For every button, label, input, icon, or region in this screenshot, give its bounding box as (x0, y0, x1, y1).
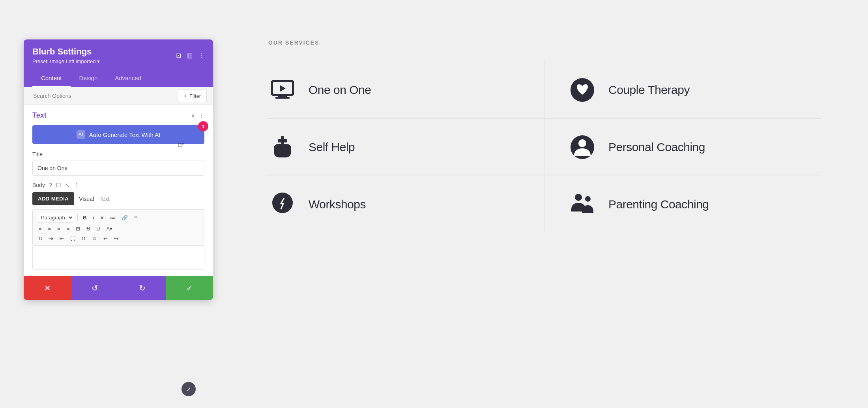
mobile-icon[interactable]: ☐ (56, 182, 61, 188)
align-left-button[interactable]: ≡ (37, 225, 44, 232)
notification-badge: 1 (198, 121, 208, 131)
workshops-icon (268, 190, 297, 219)
panel-header-left: Blurb Settings Preset: Image Left import… (32, 47, 100, 64)
format-row-2: ≡ ≡ ≡ ≡ ⊞ S U A▾ (37, 225, 200, 232)
emoji-button[interactable]: ☺ (90, 235, 99, 242)
columns-icon[interactable]: ▥ (187, 52, 193, 59)
tab-text[interactable]: Text (99, 196, 110, 202)
services-section-label: OUR SERVICES (268, 39, 821, 46)
ai-button-wrapper: AI Auto Generate Text With AI 1 ☞ (32, 125, 204, 144)
panel-title: Blurb Settings (32, 47, 100, 57)
help-icon[interactable]: ? (49, 182, 52, 188)
more-body-icon[interactable]: ⋮ (74, 182, 79, 188)
cursor-tool-icon[interactable]: ↖ (65, 182, 70, 188)
section-dots-icon[interactable]: ⋮ (199, 112, 204, 119)
service-name-personal-coaching: Personal Coaching (608, 140, 705, 154)
underline-button[interactable]: U (94, 225, 102, 232)
resize-icon[interactable]: ⊡ (176, 52, 181, 59)
undo-button[interactable]: ↺ (71, 276, 118, 300)
title-label: Title (32, 151, 204, 157)
bold-button[interactable]: B (81, 214, 88, 221)
service-item-workshops: Workshops (268, 176, 544, 233)
more-icon[interactable]: ⋮ (198, 52, 204, 59)
panel-body: Text ∧ ⋮ AI Auto Generate Text With AI 1… (24, 105, 213, 276)
text-section-icons: ∧ ⋮ (191, 112, 204, 119)
service-item-couple-therapy: Couple Therapy (544, 62, 821, 119)
format-row-3: Ω ⇥ ⇤ ⛶ Ω ☺ ↩ ↪ (37, 235, 200, 242)
quote-button[interactable]: ❝ (132, 214, 139, 221)
unordered-list-button[interactable]: ≡ (99, 214, 106, 221)
align-justify-button[interactable]: ≡ (65, 225, 72, 232)
service-item-self-help: Self Help (268, 119, 544, 176)
cursor-icon: ☞ (178, 140, 185, 150)
blurb-panel: Blurb Settings Preset: Image Left import… (24, 39, 213, 300)
redo-format-button[interactable]: ↪ (112, 235, 120, 242)
filter-button[interactable]: + Filter (178, 90, 207, 102)
service-item-personal-coaching: Personal Coaching (544, 119, 821, 176)
ai-icon: AI (77, 130, 85, 139)
outdent-button[interactable]: ⇤ (58, 235, 66, 242)
svg-point-12 (575, 194, 582, 201)
tab-visual[interactable]: Visual (79, 196, 94, 202)
indent-button[interactable]: ⇥ (47, 235, 55, 242)
format-toolbar: Paragraph B I ≡ ≔ 🔗 ❝ ≡ ≡ ≡ ≡ ⊞ S (32, 209, 204, 246)
text-color-button[interactable]: A▾ (104, 225, 114, 232)
svg-point-10 (578, 139, 586, 147)
cancel-button[interactable]: ✕ (24, 276, 71, 300)
body-toolbar: Body ? ☐ ↖ ⋮ (32, 182, 204, 188)
one-on-one-icon (268, 76, 297, 104)
fullscreen-button[interactable]: ⛶ (68, 235, 77, 242)
undo-format-button[interactable]: ↩ (101, 235, 110, 242)
table-button[interactable]: ⊞ (74, 225, 82, 232)
special-char-button[interactable]: Ω (37, 235, 45, 242)
ordered-list-button[interactable]: ≔ (108, 214, 117, 221)
search-bar: + Filter (24, 87, 213, 105)
svg-rect-2 (275, 97, 290, 99)
search-input[interactable] (30, 87, 178, 105)
service-name-couple-therapy: Couple Therapy (608, 83, 690, 97)
align-right-button[interactable]: ≡ (55, 225, 62, 232)
body-label: Body (32, 182, 45, 188)
editor-area[interactable] (32, 246, 204, 270)
tab-content[interactable]: Content (32, 70, 71, 87)
strikethrough-button[interactable]: S (84, 225, 92, 232)
service-name-self-help: Self Help (309, 140, 355, 154)
editor-controls: ADD MEDIA Visual Text (32, 192, 204, 205)
format-row-1: Paragraph B I ≡ ≔ 🔗 ❝ (37, 213, 200, 223)
tab-advanced[interactable]: Advanced (106, 70, 150, 87)
couple-therapy-icon (568, 76, 597, 104)
filter-plus-icon: + (184, 93, 187, 99)
service-item-parenting-coaching: Parenting Coaching (544, 176, 821, 233)
service-name-parenting-coaching: Parenting Coaching (608, 198, 709, 211)
parenting-coaching-icon (568, 190, 597, 219)
align-center-button[interactable]: ≡ (46, 225, 53, 232)
add-media-button[interactable]: ADD MEDIA (32, 192, 74, 205)
floating-arrow-button[interactable]: ↗ (181, 382, 196, 396)
italic-button[interactable]: I (91, 214, 96, 221)
services-panel: OUR SERVICES One on One (245, 24, 844, 249)
tab-design[interactable]: Design (71, 70, 107, 87)
text-section-header: Text ∧ ⋮ (32, 111, 204, 120)
services-grid: One on One Couple Therapy (268, 62, 821, 233)
link-button[interactable]: 🔗 (120, 214, 130, 221)
main-container: Blurb Settings Preset: Image Left import… (0, 0, 868, 408)
panel-tabs: Content Design Advanced (24, 70, 213, 87)
collapse-icon[interactable]: ∧ (191, 112, 195, 119)
editor-view-tabs: Visual Text (79, 196, 110, 202)
panel-header-icons: ⊡ ▥ ⋮ (176, 52, 204, 59)
title-input[interactable] (32, 161, 204, 176)
symbol-button[interactable]: Ω (80, 235, 88, 242)
paragraph-select[interactable]: Paragraph (37, 213, 74, 223)
self-help-icon (268, 133, 297, 161)
service-name-workshops: Workshops (309, 198, 366, 211)
save-button[interactable]: ✓ (166, 276, 213, 300)
panel-subtitle: Preset: Image Left imported ▾ (32, 58, 100, 64)
svg-rect-8 (278, 139, 287, 142)
personal-coaching-icon (568, 133, 597, 161)
text-section-title: Text (32, 111, 47, 120)
panel-header: Blurb Settings Preset: Image Left import… (24, 39, 213, 70)
redo-button[interactable]: ↻ (118, 276, 166, 300)
svg-point-13 (585, 196, 591, 202)
service-item-one-on-one: One on One (268, 62, 544, 119)
service-name-one-on-one: One on One (309, 83, 371, 97)
